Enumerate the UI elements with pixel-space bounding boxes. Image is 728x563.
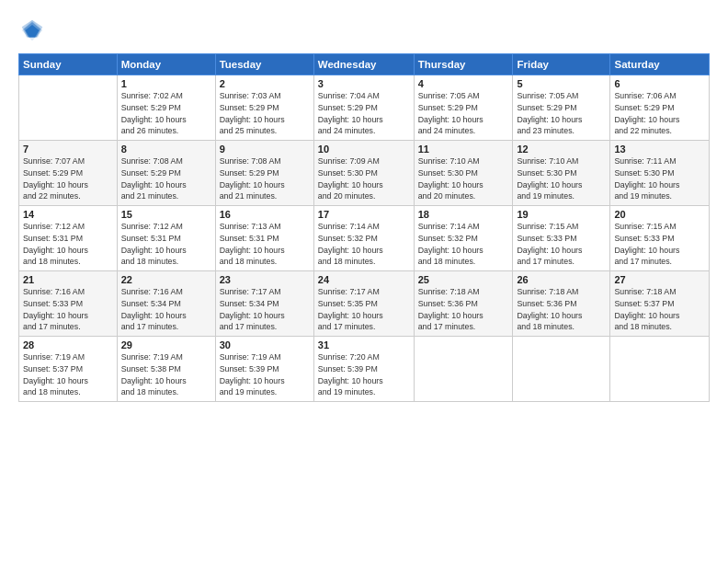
day-number: 25 bbox=[418, 274, 509, 285]
logo-icon bbox=[18, 17, 46, 44]
calendar-cell: 3Sunrise: 7:04 AM Sunset: 5:29 PM Daylig… bbox=[313, 75, 414, 141]
day-number: 4 bbox=[418, 78, 509, 89]
day-number: 29 bbox=[121, 339, 211, 350]
week-row-2: 7Sunrise: 7:07 AM Sunset: 5:29 PM Daylig… bbox=[19, 141, 710, 206]
weekday-header-tuesday: Tuesday bbox=[215, 54, 313, 75]
day-number: 3 bbox=[318, 78, 410, 89]
calendar-cell: 8Sunrise: 7:08 AM Sunset: 5:29 PM Daylig… bbox=[117, 141, 215, 206]
day-info: Sunrise: 7:18 AM Sunset: 5:37 PM Dayligh… bbox=[614, 286, 705, 333]
weekday-header-wednesday: Wednesday bbox=[313, 54, 414, 75]
calendar-cell: 6Sunrise: 7:06 AM Sunset: 5:29 PM Daylig… bbox=[610, 75, 710, 141]
page: SundayMondayTuesdayWednesdayThursdayFrid… bbox=[0, 0, 728, 563]
calendar-cell: 24Sunrise: 7:17 AM Sunset: 5:35 PM Dayli… bbox=[313, 271, 414, 337]
day-info: Sunrise: 7:15 AM Sunset: 5:33 PM Dayligh… bbox=[517, 221, 606, 268]
weekday-header-saturday: Saturday bbox=[610, 54, 710, 75]
day-number: 12 bbox=[517, 144, 606, 155]
day-number: 21 bbox=[23, 274, 113, 285]
day-info: Sunrise: 7:20 AM Sunset: 5:39 PM Dayligh… bbox=[318, 351, 410, 398]
day-info: Sunrise: 7:02 AM Sunset: 5:29 PM Dayligh… bbox=[121, 90, 211, 137]
day-info: Sunrise: 7:15 AM Sunset: 5:33 PM Dayligh… bbox=[614, 221, 705, 268]
calendar-cell: 19Sunrise: 7:15 AM Sunset: 5:33 PM Dayli… bbox=[513, 206, 610, 271]
day-info: Sunrise: 7:18 AM Sunset: 5:36 PM Dayligh… bbox=[517, 286, 606, 333]
day-info: Sunrise: 7:06 AM Sunset: 5:29 PM Dayligh… bbox=[614, 90, 705, 137]
weekday-header-friday: Friday bbox=[513, 54, 610, 75]
day-info: Sunrise: 7:19 AM Sunset: 5:37 PM Dayligh… bbox=[23, 351, 113, 398]
day-info: Sunrise: 7:17 AM Sunset: 5:35 PM Dayligh… bbox=[318, 286, 410, 333]
calendar-cell: 18Sunrise: 7:14 AM Sunset: 5:32 PM Dayli… bbox=[414, 206, 513, 271]
calendar-cell: 13Sunrise: 7:11 AM Sunset: 5:30 PM Dayli… bbox=[610, 141, 710, 206]
calendar-cell: 9Sunrise: 7:08 AM Sunset: 5:29 PM Daylig… bbox=[215, 141, 313, 206]
day-info: Sunrise: 7:13 AM Sunset: 5:31 PM Dayligh… bbox=[220, 221, 310, 268]
day-number: 30 bbox=[220, 339, 310, 350]
calendar-cell: 12Sunrise: 7:10 AM Sunset: 5:30 PM Dayli… bbox=[513, 141, 610, 206]
day-info: Sunrise: 7:17 AM Sunset: 5:34 PM Dayligh… bbox=[220, 286, 310, 333]
day-number: 22 bbox=[121, 274, 211, 285]
day-info: Sunrise: 7:12 AM Sunset: 5:31 PM Dayligh… bbox=[23, 221, 113, 268]
day-info: Sunrise: 7:11 AM Sunset: 5:30 PM Dayligh… bbox=[614, 155, 705, 202]
day-info: Sunrise: 7:10 AM Sunset: 5:30 PM Dayligh… bbox=[418, 155, 509, 202]
header bbox=[18, 17, 710, 44]
day-number: 5 bbox=[517, 78, 606, 89]
calendar-cell: 4Sunrise: 7:05 AM Sunset: 5:29 PM Daylig… bbox=[414, 75, 513, 141]
day-number: 7 bbox=[23, 144, 113, 155]
calendar-cell: 21Sunrise: 7:16 AM Sunset: 5:33 PM Dayli… bbox=[19, 271, 118, 337]
weekday-header-thursday: Thursday bbox=[414, 54, 513, 75]
day-info: Sunrise: 7:05 AM Sunset: 5:29 PM Dayligh… bbox=[418, 90, 509, 137]
weekday-row: SundayMondayTuesdayWednesdayThursdayFrid… bbox=[19, 54, 710, 75]
day-number: 27 bbox=[614, 274, 705, 285]
day-info: Sunrise: 7:18 AM Sunset: 5:36 PM Dayligh… bbox=[418, 286, 509, 333]
day-number: 31 bbox=[318, 339, 410, 350]
calendar-cell: 7Sunrise: 7:07 AM Sunset: 5:29 PM Daylig… bbox=[19, 141, 118, 206]
day-number: 16 bbox=[220, 209, 310, 220]
day-number: 13 bbox=[614, 144, 705, 155]
day-info: Sunrise: 7:10 AM Sunset: 5:30 PM Dayligh… bbox=[517, 155, 606, 202]
day-info: Sunrise: 7:05 AM Sunset: 5:29 PM Dayligh… bbox=[517, 90, 606, 137]
calendar-cell: 1Sunrise: 7:02 AM Sunset: 5:29 PM Daylig… bbox=[117, 75, 215, 141]
calendar-cell: 26Sunrise: 7:18 AM Sunset: 5:36 PM Dayli… bbox=[513, 271, 610, 337]
calendar-cell: 30Sunrise: 7:19 AM Sunset: 5:39 PM Dayli… bbox=[215, 337, 313, 402]
day-number: 10 bbox=[318, 144, 410, 155]
day-info: Sunrise: 7:16 AM Sunset: 5:33 PM Dayligh… bbox=[23, 286, 113, 333]
day-info: Sunrise: 7:19 AM Sunset: 5:38 PM Dayligh… bbox=[121, 351, 211, 398]
calendar-cell: 17Sunrise: 7:14 AM Sunset: 5:32 PM Dayli… bbox=[313, 206, 414, 271]
calendar-cell: 15Sunrise: 7:12 AM Sunset: 5:31 PM Dayli… bbox=[117, 206, 215, 271]
calendar-cell: 29Sunrise: 7:19 AM Sunset: 5:38 PM Dayli… bbox=[117, 337, 215, 402]
day-number: 28 bbox=[23, 339, 113, 350]
calendar-cell: 22Sunrise: 7:16 AM Sunset: 5:34 PM Dayli… bbox=[117, 271, 215, 337]
day-number: 18 bbox=[418, 209, 509, 220]
calendar-cell: 10Sunrise: 7:09 AM Sunset: 5:30 PM Dayli… bbox=[313, 141, 414, 206]
day-number: 15 bbox=[121, 209, 211, 220]
logo bbox=[18, 17, 50, 44]
calendar-cell bbox=[414, 337, 513, 402]
day-info: Sunrise: 7:04 AM Sunset: 5:29 PM Dayligh… bbox=[318, 90, 410, 137]
day-number: 6 bbox=[614, 78, 705, 89]
calendar-cell: 20Sunrise: 7:15 AM Sunset: 5:33 PM Dayli… bbox=[610, 206, 710, 271]
calendar-cell: 2Sunrise: 7:03 AM Sunset: 5:29 PM Daylig… bbox=[215, 75, 313, 141]
calendar-cell: 23Sunrise: 7:17 AM Sunset: 5:34 PM Dayli… bbox=[215, 271, 313, 337]
day-info: Sunrise: 7:19 AM Sunset: 5:39 PM Dayligh… bbox=[220, 351, 310, 398]
weekday-header-sunday: Sunday bbox=[19, 54, 118, 75]
day-number: 20 bbox=[614, 209, 705, 220]
calendar-cell: 11Sunrise: 7:10 AM Sunset: 5:30 PM Dayli… bbox=[414, 141, 513, 206]
day-number: 17 bbox=[318, 209, 410, 220]
day-number: 9 bbox=[220, 144, 310, 155]
calendar-table: SundayMondayTuesdayWednesdayThursdayFrid… bbox=[18, 53, 710, 402]
calendar-cell bbox=[513, 337, 610, 402]
calendar-cell: 31Sunrise: 7:20 AM Sunset: 5:39 PM Dayli… bbox=[313, 337, 414, 402]
day-info: Sunrise: 7:14 AM Sunset: 5:32 PM Dayligh… bbox=[418, 221, 509, 268]
day-number: 2 bbox=[220, 78, 310, 89]
week-row-1: 1Sunrise: 7:02 AM Sunset: 5:29 PM Daylig… bbox=[19, 75, 710, 141]
weekday-header-monday: Monday bbox=[117, 54, 215, 75]
calendar-cell: 27Sunrise: 7:18 AM Sunset: 5:37 PM Dayli… bbox=[610, 271, 710, 337]
calendar-cell: 25Sunrise: 7:18 AM Sunset: 5:36 PM Dayli… bbox=[414, 271, 513, 337]
day-info: Sunrise: 7:03 AM Sunset: 5:29 PM Dayligh… bbox=[220, 90, 310, 137]
calendar-cell bbox=[610, 337, 710, 402]
day-info: Sunrise: 7:12 AM Sunset: 5:31 PM Dayligh… bbox=[121, 221, 211, 268]
day-number: 11 bbox=[418, 144, 509, 155]
day-number: 23 bbox=[220, 274, 310, 285]
day-number: 26 bbox=[517, 274, 606, 285]
day-info: Sunrise: 7:07 AM Sunset: 5:29 PM Dayligh… bbox=[23, 155, 113, 202]
calendar-cell bbox=[19, 75, 118, 141]
day-info: Sunrise: 7:08 AM Sunset: 5:29 PM Dayligh… bbox=[220, 155, 310, 202]
calendar-cell: 28Sunrise: 7:19 AM Sunset: 5:37 PM Dayli… bbox=[19, 337, 118, 402]
